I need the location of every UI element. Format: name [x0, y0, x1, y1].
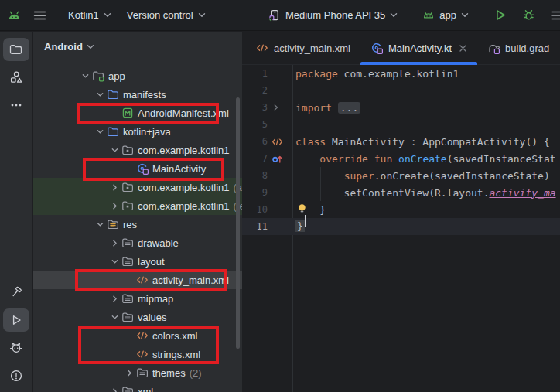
tree-item-mipmap[interactable]: mipmap	[33, 289, 242, 308]
tree-item-manifests[interactable]: manifests	[33, 85, 242, 104]
tree-item-label: drawable	[138, 237, 179, 249]
stripe-button-logcat-icon[interactable]	[3, 336, 29, 360]
toolbar-left-group: Kotlin1 Version control	[6, 5, 212, 25]
tree-chevron-slot	[108, 293, 121, 304]
code-line-6[interactable]: 6 class MainActivity : AppCompatActivity…	[242, 133, 560, 150]
tree-item-label: layout	[138, 256, 165, 268]
code-line-8[interactable]: 8 super.onCreate(savedInstanceState)	[242, 167, 560, 184]
editor-tab-mainactivity-kt[interactable]: MainActivity.kt	[360, 32, 477, 64]
main-menu-button[interactable]	[29, 6, 51, 25]
code-line-1[interactable]: 1 package com.example.kotlin1	[242, 65, 560, 82]
tree-chevron-slot	[93, 219, 107, 230]
tree-item-com-example-kotlin1[interactable]: com.example.kotlin1	[33, 141, 242, 159]
tree-item-xml[interactable]: xml	[33, 382, 242, 392]
line-number: 7	[242, 153, 268, 164]
code-editor[interactable]: 1 package com.example.kotlin1 2 3 import…	[242, 65, 560, 392]
chevron-down-icon	[461, 12, 469, 18]
code-line-5[interactable]: 5	[242, 116, 560, 133]
kotlin-class-icon	[136, 162, 149, 175]
chevron-right-icon[interactable]	[110, 294, 120, 304]
stripe-button-problems-icon[interactable]	[3, 364, 29, 387]
fold-arrow-icon[interactable]	[271, 103, 281, 112]
source-folder-icon	[107, 88, 119, 101]
device-phone-icon	[268, 9, 281, 22]
project-selector-button[interactable]: Kotlin1	[62, 5, 118, 25]
chevron-right-icon[interactable]	[110, 201, 120, 211]
project-tree-scrollbar[interactable]	[236, 97, 240, 349]
tree-item-label: mipmap	[138, 293, 173, 305]
chevron-down-icon[interactable]	[80, 71, 90, 81]
tree-item-themes-2[interactable]: themes(2)	[33, 363, 242, 382]
stripe-button-build-hammer-icon[interactable]	[3, 281, 29, 304]
chevron-right-icon[interactable]	[110, 238, 120, 248]
xml-file-icon	[136, 329, 149, 342]
related-xml-gutter-icon[interactable]	[271, 137, 283, 147]
chevron-down-icon[interactable]	[110, 145, 120, 155]
editor-tab-activity-main-xml[interactable]: activity_main.xml	[246, 32, 360, 64]
play-icon	[493, 9, 507, 22]
tree-item-colors-xml[interactable]: colors.xml	[33, 326, 242, 345]
code-line-10[interactable]: 10 }	[242, 201, 560, 218]
device-selector-label: Medium Phone API 35	[285, 9, 385, 21]
project-selector-label: Kotlin1	[68, 9, 99, 21]
project-view-selector[interactable]: Android	[33, 32, 242, 60]
code-line-7[interactable]: 7 override fun onCreate(savedInstanceSta…	[242, 150, 560, 167]
tree-chevron-slot	[108, 256, 121, 267]
more-actions-icon[interactable]	[546, 6, 560, 25]
line-number: 9	[242, 187, 268, 198]
stripe-button-run-tool-icon[interactable]	[3, 308, 29, 332]
build-hammer-icon	[9, 285, 23, 299]
overriding-method-icon[interactable]	[271, 153, 283, 164]
device-selector-button[interactable]: Medium Phone API 35	[262, 5, 404, 26]
res-subfolder-icon	[121, 255, 134, 268]
run-button[interactable]	[489, 5, 511, 26]
chevron-down-icon[interactable]	[95, 127, 105, 137]
run-configuration-label: app	[439, 9, 456, 21]
bug-icon	[522, 9, 535, 22]
code-line-2[interactable]: 2	[242, 82, 560, 99]
tree-item-kotlin-java[interactable]: kotlin+java	[33, 122, 242, 141]
tree-item-mainactivity[interactable]: MainActivity	[33, 159, 242, 178]
toolbar-run-group: Medium Phone API 35 app	[262, 5, 475, 26]
tree-item-strings-xml[interactable]: strings.xml	[33, 345, 242, 363]
stripe-button-more-tool-windows-icon[interactable]	[3, 94, 29, 117]
chevron-down-icon[interactable]	[95, 90, 105, 100]
tree-chevron-slot	[108, 145, 121, 155]
chevron-down-icon[interactable]	[110, 312, 120, 322]
code-line-3[interactable]: 3 import ...	[242, 99, 560, 116]
chevron-down-icon[interactable]	[95, 220, 105, 230]
text-caret	[305, 215, 306, 227]
chevron-down-icon[interactable]	[110, 257, 120, 267]
stripe-button-project-folder-icon[interactable]	[3, 38, 29, 61]
tree-item-drawable[interactable]: drawable	[33, 233, 242, 252]
tab-label: activity_main.xml	[274, 43, 350, 54]
project-folder-icon	[9, 43, 23, 56]
debug-button[interactable]	[517, 5, 540, 26]
tree-item-label: themes	[152, 367, 186, 379]
tree-item-values[interactable]: values	[33, 308, 242, 326]
tree-chevron-slot	[122, 367, 136, 378]
editor-tab-build-grad[interactable]: build.grad	[477, 32, 559, 64]
code-text: }	[292, 204, 326, 216]
chevron-right-icon[interactable]	[110, 387, 120, 392]
tree-item-app[interactable]: app	[33, 66, 242, 85]
resource-manager-icon	[9, 70, 23, 84]
line-number: 10	[242, 204, 268, 215]
code-line-11[interactable]: 11 }	[242, 218, 560, 235]
tree-item-androidmanifest-xml[interactable]: AndroidManifest.xml	[33, 104, 242, 122]
tree-item-layout[interactable]: layout	[33, 252, 242, 271]
code-line-9[interactable]: 9 setContentView(R.layout.activity_ma	[242, 184, 560, 201]
run-configuration-button[interactable]: app	[416, 5, 475, 25]
tree-chevron-slot	[122, 274, 136, 285]
tree-item-activity-main-xml[interactable]: activity_main.xml	[33, 271, 242, 289]
chevron-right-icon[interactable]	[110, 182, 120, 193]
tree-item-com-example-kotlin1-androidtest[interactable]: com.example.kotlin1(androidTest)	[33, 178, 242, 196]
tree-chevron-slot	[122, 349, 136, 360]
stripe-button-resource-manager-icon[interactable]	[3, 66, 29, 89]
close-icon[interactable]	[459, 44, 467, 53]
tree-item-com-example-kotlin1-test[interactable]: com.example.kotlin1(test)	[33, 196, 242, 215]
tree-item-res[interactable]: res	[33, 215, 242, 233]
chevron-right-icon[interactable]	[125, 368, 135, 378]
vcs-selector-button[interactable]: Version control	[121, 5, 212, 25]
tree-item-label: AndroidManifest.xml	[138, 107, 229, 119]
